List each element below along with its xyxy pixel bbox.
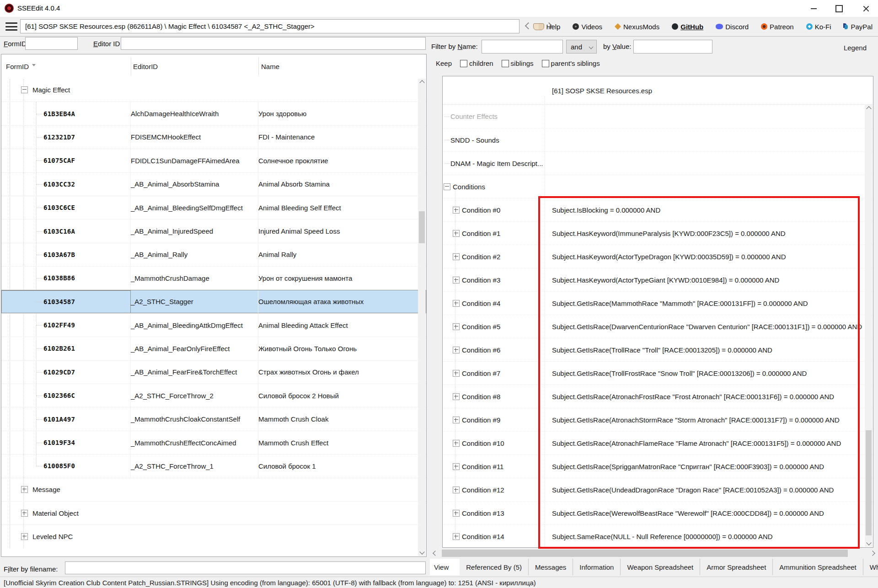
tab-referenced-by[interactable]: Referenced By (5)	[460, 559, 529, 575]
table-row[interactable]: 61019F34_MammothCrushEffectConcAimedMamm…	[1, 431, 426, 454]
patreon-link[interactable]: Patreon	[761, 23, 794, 31]
tab-ammunition-spreadsheet[interactable]: Ammunition Spreadsheet	[773, 559, 863, 575]
table-row[interactable]: 6101A497_MammothCrushCloakConstantSelfMa…	[1, 407, 426, 430]
scroll-down-arrow[interactable]	[865, 539, 873, 547]
videos-link[interactable]: Videos	[573, 23, 602, 31]
tree-row[interactable]: SNDD - Sounds	[443, 128, 873, 151]
tree-row-condition[interactable]: Condition #7Subject.GetIsRace(TrollFrost…	[443, 361, 873, 385]
expand-icon[interactable]	[453, 207, 460, 214]
tree-row-condition[interactable]: Condition #9Subject.GetIsRace(AtronachSt…	[443, 408, 873, 431]
tree-row-condition[interactable]: Condition #10Subject.GetIsRace(AtronachF…	[443, 431, 873, 454]
table-row[interactable]: 6103A67B_AB_Animal_RallyAnimal Rally	[1, 243, 426, 266]
tree-row-condition[interactable]: Condition #4Subject.GetIsRace(MammothRac…	[443, 291, 873, 315]
expand-icon[interactable]	[453, 323, 460, 330]
expand-icon[interactable]	[453, 253, 460, 260]
scrollbar-thumb[interactable]	[419, 211, 425, 243]
tree-row-condition[interactable]: Condition #0Subject.IsBlocking = 0.00000…	[443, 198, 873, 221]
tab-view[interactable]: View	[430, 559, 460, 575]
record-view-header[interactable]: [61] SOSP SKSE Resources.esp	[443, 76, 873, 105]
column-header-formid[interactable]: FormID	[6, 54, 36, 78]
tree-row-condition[interactable]: Condition #6Subject.GetIsRace(TrollRace …	[443, 338, 873, 361]
filter-by-value-input[interactable]	[633, 40, 712, 53]
tab-whats-new[interactable]: What's New	[863, 559, 878, 575]
expand-icon[interactable]	[453, 463, 460, 470]
formid-filter-input[interactable]	[25, 37, 78, 50]
tree-row-condition[interactable]: Condition #2Subject.HasKeyword(ActorType…	[443, 245, 873, 268]
paypal-link[interactable]: PayPal	[843, 23, 873, 31]
table-row[interactable]: 6102B261_AB_Animal_FearOnlyFireEffectЖив…	[1, 337, 426, 360]
expand-icon[interactable]	[453, 440, 460, 447]
collapse-icon[interactable]	[444, 183, 450, 190]
expand-icon[interactable]	[21, 486, 28, 493]
tree-row-condition[interactable]: Condition #13Subject.GetIsRace(WerewolfB…	[443, 501, 873, 524]
kofi-link[interactable]: Ko-Fi	[806, 23, 831, 31]
maximize-button[interactable]	[829, 0, 850, 17]
tree-row[interactable]: Counter Effects	[443, 105, 873, 128]
scrollbar-thumb[interactable]	[866, 430, 872, 535]
keep-siblings-option[interactable]: siblings	[502, 59, 534, 67]
table-row[interactable]: 61B3EB4AAlchDamageHealthIceWraithУрон зд…	[1, 102, 426, 125]
keep-parents-siblings-option[interactable]: parent's siblings	[542, 59, 600, 67]
expand-icon[interactable]	[21, 533, 28, 540]
expand-icon[interactable]	[453, 300, 460, 307]
tree-row-conditions[interactable]: Conditions	[443, 175, 873, 198]
minimize-button[interactable]	[803, 0, 824, 17]
expand-icon[interactable]	[21, 510, 28, 517]
table-row-selected[interactable]: 61034587_A2_STHC_StaggerОшеломляющая ата…	[1, 290, 426, 313]
tree-row-condition[interactable]: Condition #5Subject.GetIsRace(DwarvenCen…	[443, 315, 873, 338]
filter-by-name-input[interactable]	[482, 40, 563, 53]
table-row[interactable]: 6103C6CE_AB_Animal_BleedingSelfDmgEffect…	[1, 196, 426, 219]
and-or-dropdown[interactable]: and	[566, 40, 597, 53]
table-row[interactable]: 610085F0_A2_STHC_ForceThrow_1Силовой бро…	[1, 454, 426, 477]
legend-label[interactable]: Legend	[823, 44, 867, 52]
filter-filename-input[interactable]	[65, 561, 426, 574]
table-row-group[interactable]: Material Object	[1, 501, 426, 524]
children-checkbox[interactable]	[460, 60, 467, 67]
scrollbar-thumb[interactable]	[442, 550, 848, 557]
scroll-left-arrow[interactable]	[431, 549, 440, 558]
back-button[interactable]	[525, 22, 532, 30]
right-vertical-scrollbar[interactable]	[865, 105, 873, 547]
column-header-editorid[interactable]: EditorID	[133, 54, 158, 78]
tree-row-condition[interactable]: Condition #8Subject.GetIsRace(AtronachFr…	[443, 385, 873, 408]
tree-row-condition[interactable]: Condition #1Subject.HasKeyword(ImmunePar…	[443, 221, 873, 245]
table-row[interactable]: 61029CD7_AB_Animal_FearFire&TorchEffectС…	[1, 360, 426, 384]
keep-children-option[interactable]: children	[460, 59, 493, 67]
left-vertical-scrollbar[interactable]	[418, 79, 426, 556]
tree-row-condition[interactable]: Condition #11Subject.GetIsRace(SprigganM…	[443, 454, 873, 478]
column-header-name[interactable]: Name	[261, 54, 279, 78]
help-link[interactable]: Help	[533, 23, 561, 31]
table-row-group[interactable]: Magic Effect	[1, 78, 426, 102]
scroll-up-arrow[interactable]	[865, 105, 873, 113]
scroll-up-arrow[interactable]	[418, 79, 426, 87]
expand-icon[interactable]	[453, 417, 460, 423]
expand-icon[interactable]	[453, 510, 460, 517]
close-button[interactable]	[856, 0, 877, 17]
table-row[interactable]: 61038B86_MammothCrushDamageУрон от сокру…	[1, 266, 426, 289]
table-row[interactable]: 612321D7FDISEMCMHookEffectFDI - Maintena…	[1, 125, 426, 149]
nexusmods-link[interactable]: NexusMods	[615, 23, 659, 31]
expand-icon[interactable]	[453, 533, 460, 540]
tree-row-condition[interactable]: Condition #14Subject.SameRace(NULL - Nul…	[443, 524, 873, 548]
table-row[interactable]: 6102366C_A2_STHC_ForceThrow_2Силовой бро…	[1, 384, 426, 407]
tab-armor-spreadsheet[interactable]: Armor Spreadsheet	[700, 559, 773, 575]
tab-weapon-spreadsheet[interactable]: Weapon Spreadsheet	[621, 559, 700, 575]
menu-button[interactable]	[5, 22, 17, 31]
editorid-filter-input[interactable]	[121, 37, 426, 50]
tree-row[interactable]: DNAM - Magic Item Descript...	[443, 151, 873, 175]
collapse-icon[interactable]	[21, 86, 28, 93]
table-row[interactable]: 61075CAFFDIDLC1SunDamageFFAimedAreaСолне…	[1, 149, 426, 172]
table-row-group[interactable]: Leveled NPC	[1, 524, 426, 548]
tab-messages[interactable]: Messages	[529, 559, 573, 575]
table-row[interactable]: 6103C16A_AB_Animal_InjuredSpeedInjured A…	[1, 219, 426, 242]
expand-icon[interactable]	[453, 393, 460, 400]
tree-row-condition[interactable]: Condition #3Subject.HasKeyword(ActorType…	[443, 268, 873, 291]
scroll-down-arrow[interactable]	[418, 548, 426, 556]
breadcrumb-address-input[interactable]	[20, 19, 519, 33]
table-row-group[interactable]: Message	[1, 478, 426, 501]
table-row[interactable]: 6103CC32_AB_Animal_AbsorbStaminaAnimal A…	[1, 172, 426, 196]
github-link[interactable]: GitHub	[672, 23, 703, 31]
expand-icon[interactable]	[453, 230, 460, 237]
tab-information[interactable]: Information	[573, 559, 621, 575]
scroll-right-arrow[interactable]	[868, 549, 877, 558]
